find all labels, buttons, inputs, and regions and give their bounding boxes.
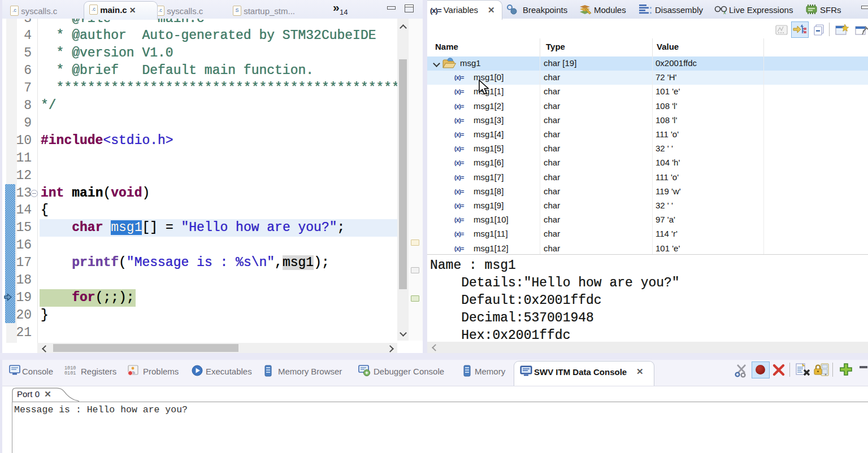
svg-text:x: x xyxy=(723,10,726,15)
